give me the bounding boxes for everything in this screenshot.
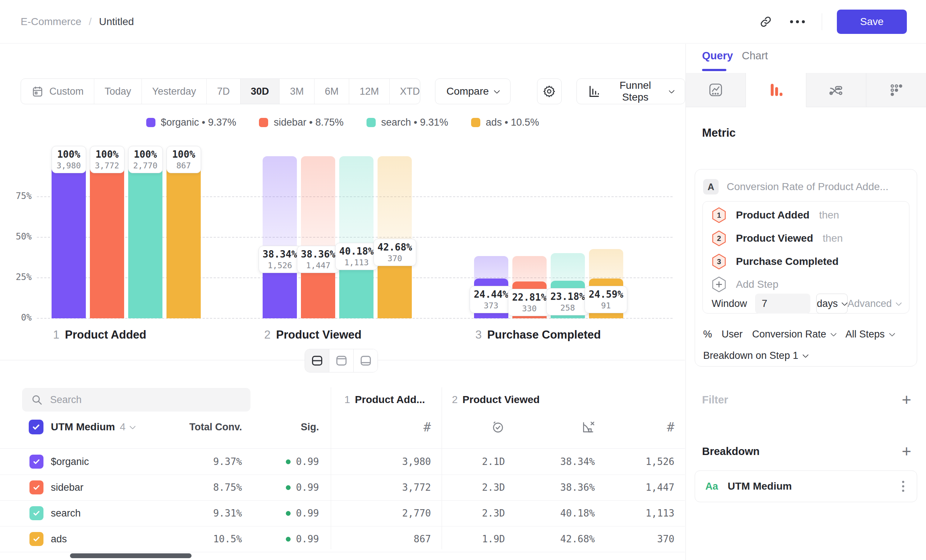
row-step-value: 1,447: [601, 475, 675, 500]
view-toggle-chart-only[interactable]: [329, 349, 354, 372]
row-checkbox[interactable]: [29, 532, 44, 546]
breakdown-property-card[interactable]: Aa UTM Medium: [694, 471, 917, 502]
select-all-checkbox[interactable]: [29, 420, 44, 434]
breadcrumb: E-Commerce / Untitled: [21, 16, 134, 28]
total-conv-column-header[interactable]: Total Conv.: [162, 417, 242, 437]
bar-organic-step2[interactable]: 38.34%1,526: [263, 156, 297, 318]
bar-sidebar-step3[interactable]: 22.81%330: [512, 156, 546, 318]
row-checkbox[interactable]: [29, 506, 44, 520]
sig-column-header[interactable]: Sig.: [245, 417, 319, 437]
row-step-value: 2.3D: [450, 500, 505, 526]
step-axis-label-1: 1Product Added: [37, 328, 248, 342]
view-toggle-table-only[interactable]: [354, 349, 378, 372]
significance-dot: [286, 537, 291, 542]
bar-organic-step1[interactable]: 100%3,980: [51, 156, 86, 318]
table-step1-header: 1 Product Add...: [344, 394, 425, 406]
chevron-down-icon: [842, 300, 848, 306]
row-checkbox[interactable]: [29, 480, 44, 495]
bar-search-step2[interactable]: 40.18%1,113: [339, 156, 374, 318]
measure-scope-dropdown[interactable]: All Steps: [845, 328, 894, 340]
link-icon: [760, 15, 772, 28]
bar-percent: 40.18%: [339, 246, 374, 257]
measure-metric-dropdown[interactable]: Conversion Rate: [752, 328, 836, 340]
toolbar-divider: [822, 13, 822, 30]
step2-time-column-icon-cell[interactable]: [450, 417, 505, 437]
add-step-hexagon-icon: [712, 276, 726, 292]
view-toggle-split[interactable]: [305, 349, 329, 372]
query-step-3[interactable]: 3Purchase Completed: [712, 253, 839, 270]
add-breakdown-button[interactable]: +: [902, 443, 911, 459]
breakdown-property-label: UTM Medium: [728, 480, 792, 492]
bar-percent: 100%: [132, 149, 159, 160]
funnel-step-group-3: 24.44%37322.81%33023.18%25824.59%91: [459, 156, 670, 318]
chart-type-tab-flows[interactable]: [806, 73, 866, 107]
breadcrumb-report-title[interactable]: Untitled: [99, 16, 134, 28]
row-step-value: 3,980: [361, 449, 431, 475]
save-button[interactable]: Save: [837, 9, 907, 34]
breakdown-column-header[interactable]: UTM Medium 4: [51, 420, 135, 434]
top-bar-actions: Save: [756, 9, 907, 34]
bar-ads-step1[interactable]: 100%867: [166, 156, 201, 318]
funnel-steps-card: 1Product Addedthen2Product Viewedthen3Pu…: [702, 201, 909, 313]
bar-value-label: 100%2,770: [128, 146, 163, 173]
tab-query[interactable]: Query: [702, 50, 733, 62]
bar-value-label: 42.68%370: [374, 239, 416, 266]
query-step-1[interactable]: 1Product Addedthen: [712, 207, 839, 224]
row-step-value: 38.36%: [521, 475, 595, 500]
step2-count-column-icon-cell[interactable]: #: [601, 417, 675, 437]
bar-sidebar-step2[interactable]: 38.36%1,447: [301, 156, 335, 318]
bar-value-label: 24.59%91: [584, 286, 627, 313]
add-step-button[interactable]: Add Step: [712, 276, 778, 293]
series-title: Conversion Rate of Product Adde...: [727, 181, 888, 193]
row-significance: 0.99: [245, 475, 319, 500]
query-step-2[interactable]: 2Product Viewedthen: [712, 230, 843, 247]
bar-ads-step2[interactable]: 42.68%370: [378, 156, 412, 318]
bar-search-step1[interactable]: 100%2,770: [128, 156, 162, 318]
step1-count-column-icon-cell[interactable]: #: [361, 417, 431, 437]
flows-icon: [828, 82, 844, 98]
chart-type-tab-retention[interactable]: [866, 73, 926, 107]
bar-value-label: 23.18%258: [546, 288, 589, 315]
advanced-toggle[interactable]: Advanced: [847, 298, 901, 309]
metric-series-row[interactable]: A Conversion Rate of Product Adde...: [703, 179, 888, 195]
step-number: 1: [53, 328, 59, 342]
table-row-ads[interactable]: ads10.5%0.998671.9D42.68%370: [0, 526, 685, 552]
chart-type-tab-insights[interactable]: [686, 73, 746, 107]
row-step-value: 2.3D: [450, 475, 505, 500]
bar-sidebar-step1[interactable]: 100%3,772: [90, 156, 124, 318]
step2-conversion-column-icon-cell[interactable]: [521, 417, 595, 437]
bar-percent: 22.81%: [512, 292, 546, 303]
horizontal-scrollbar-thumb[interactable]: [70, 553, 192, 558]
table-row-organic[interactable]: $organic9.37%0.993,9802.1D38.34%1,526: [0, 449, 685, 475]
chevron-down-icon: [889, 330, 895, 337]
table-row-search[interactable]: search9.31%0.992,7702.3D40.18%1,113: [0, 500, 685, 527]
chart-type-tab-funnel[interactable]: [746, 73, 806, 107]
funnel-chart: 75%50%25%0% 100%3,980100%3,772100%2,7701…: [0, 44, 685, 361]
more-menu-button[interactable]: [788, 12, 807, 31]
breadcrumb-project[interactable]: E-Commerce: [21, 16, 82, 28]
bar-organic-step3[interactable]: 24.44%373: [474, 156, 508, 318]
measure-percent[interactable]: %: [703, 328, 712, 340]
kebab-menu-icon[interactable]: [900, 478, 906, 494]
measure-entity[interactable]: User: [722, 328, 743, 340]
bar-value-label: 40.18%1,113: [335, 243, 378, 270]
bar-search-step3[interactable]: 23.18%258: [551, 156, 585, 318]
row-checkbox[interactable]: [29, 455, 44, 469]
window-label: Window: [712, 298, 747, 309]
breakdown-on-step-dropdown[interactable]: Breakdown on Step 1: [703, 350, 808, 362]
table-row-sidebar[interactable]: sidebar8.75%0.993,7722.3D38.36%1,447: [0, 475, 685, 501]
window-value-input[interactable]: [755, 294, 810, 313]
bar-count: 1,526: [263, 261, 297, 270]
metric-card: A Conversion Rate of Product Adde... 1Pr…: [694, 169, 917, 366]
row-step-value: 3,772: [361, 475, 431, 500]
row-step-value: 1,113: [601, 500, 675, 526]
search-input[interactable]: [49, 394, 242, 406]
breakdown-section-header: Breakdown +: [702, 441, 911, 462]
bar-percent: 38.34%: [263, 249, 297, 260]
copy-link-button[interactable]: [756, 12, 775, 31]
window-unit-select[interactable]: days: [816, 294, 847, 313]
tab-chart[interactable]: Chart: [742, 50, 768, 62]
bar-ads-step3[interactable]: 24.59%91: [589, 156, 623, 318]
add-filter-button[interactable]: +: [902, 392, 911, 408]
series-letter-badge: A: [703, 179, 719, 195]
